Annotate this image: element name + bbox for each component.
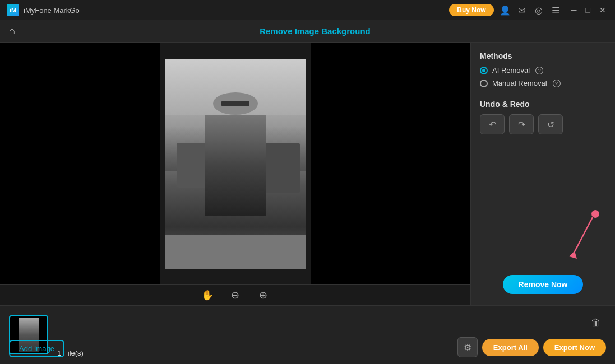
app-logo: iM	[7, 4, 19, 16]
title-right: Buy Now 👤 ✉ ◎ ☰ ─ □ ✕	[449, 4, 608, 16]
main-content: ✋ ⊖ ⊕ Methods AI Removal ? Manual Remova…	[0, 43, 615, 305]
add-image-button[interactable]: Add Image	[9, 340, 64, 357]
title-bar: iM iMyFone MarkGo Buy Now 👤 ✉ ◎ ☰ ─ □ ✕	[0, 0, 615, 20]
canvas-toolbar: ✋ ⊖ ⊕	[0, 284, 470, 305]
ai-removal-label: AI Removal	[492, 66, 530, 74]
zoom-out-button[interactable]: ⊖	[227, 287, 244, 304]
title-left: iM iMyFone MarkGo	[7, 4, 80, 16]
close-button[interactable]: ✕	[597, 6, 608, 15]
page-title: Remove Image Background	[24, 26, 606, 36]
export-now-button[interactable]: Export Now	[543, 339, 606, 356]
buy-now-button[interactable]: Buy Now	[449, 4, 493, 16]
methods-section: Methods AI Removal ? Manual Removal ?	[480, 52, 606, 92]
image-container	[0, 43, 470, 284]
menu-icon[interactable]: ☰	[550, 5, 561, 16]
svg-point-0	[591, 210, 599, 218]
manual-removal-label: Manual Removal	[492, 79, 547, 87]
export-all-button[interactable]: Export All	[482, 339, 539, 356]
app-title: iMyFone MarkGo	[24, 6, 80, 15]
svg-line-1	[573, 217, 593, 255]
window-controls: ─ □ ✕	[569, 6, 608, 15]
undo-redo-title: Undo & Redo	[480, 100, 606, 109]
main-image	[165, 59, 306, 269]
right-panel: Methods AI Removal ? Manual Removal ? Un…	[470, 43, 615, 305]
settings-button[interactable]: ⚙	[457, 337, 478, 357]
arrow-annotation	[553, 207, 609, 274]
methods-title: Methods	[480, 52, 606, 60]
maximize-button[interactable]: □	[584, 6, 593, 15]
undo-button[interactable]: ↶	[480, 114, 505, 134]
user-icon[interactable]: 👤	[500, 5, 511, 16]
remove-now-button[interactable]: Remove Now	[503, 275, 584, 294]
ai-removal-option[interactable]: AI Removal ?	[480, 66, 606, 74]
undo-redo-buttons: ↶ ↷ ↺	[480, 114, 606, 134]
redo-button[interactable]: ↷	[509, 114, 534, 134]
canvas-area: ✋ ⊖ ⊕	[0, 43, 470, 305]
undo-redo-section: Undo & Redo ↶ ↷ ↺	[480, 100, 606, 134]
black-bg-left	[0, 43, 160, 284]
hand-tool-button[interactable]: ✋	[199, 287, 216, 304]
reset-button[interactable]: ↺	[538, 114, 563, 134]
manual-removal-radio[interactable]	[480, 80, 488, 87]
manual-removal-option[interactable]: Manual Removal ?	[480, 79, 606, 87]
svg-marker-2	[569, 251, 577, 259]
bottom-strip: 1 File(s) Add Image 🗑 ⚙ Export All Expor…	[0, 305, 615, 364]
photo-simulation	[165, 59, 306, 269]
zoom-in-button[interactable]: ⊕	[255, 287, 272, 304]
manual-removal-help-icon[interactable]: ?	[553, 80, 561, 87]
nav-bar: ⌂ Remove Image Background	[0, 20, 615, 43]
mail-icon[interactable]: ✉	[516, 5, 528, 16]
home-icon[interactable]: ⌂	[9, 25, 15, 37]
support-icon[interactable]: ◎	[533, 5, 544, 16]
radio-inner	[482, 69, 485, 72]
delete-button[interactable]: 🗑	[586, 312, 606, 333]
black-bg-right	[311, 43, 470, 284]
ai-removal-help-icon[interactable]: ?	[535, 67, 543, 74]
remove-now-container: Remove Now	[471, 275, 615, 294]
photo-ground	[165, 235, 306, 269]
ai-removal-radio[interactable]	[480, 67, 488, 74]
bottom-right-actions: ⚙ Export All Export Now	[457, 337, 606, 357]
minimize-button[interactable]: ─	[569, 6, 579, 15]
